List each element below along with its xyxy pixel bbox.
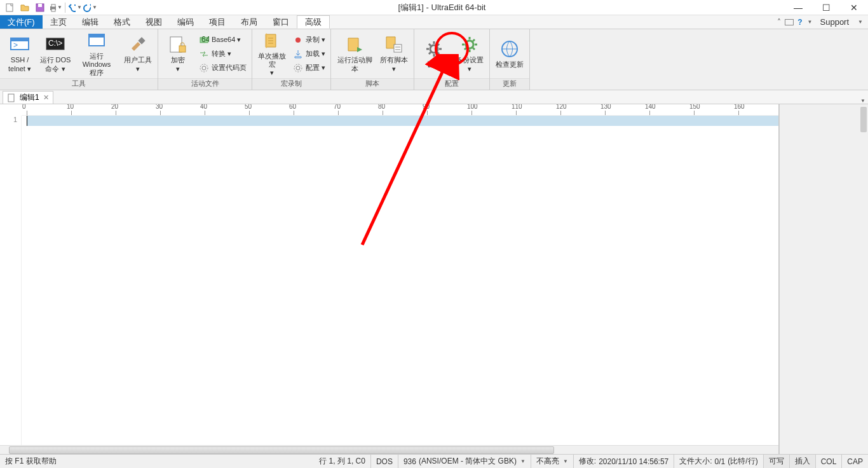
help-icon[interactable]: ?: [797, 18, 802, 27]
menu-view[interactable]: 视图: [138, 15, 170, 29]
status-position: 行 1, 列 1, C0: [314, 455, 371, 468]
load-button[interactable]: 加载 ▾: [290, 47, 328, 61]
menu-window[interactable]: 窗口: [265, 15, 297, 29]
menu-advanced[interactable]: 高级: [297, 15, 330, 29]
collapse-ribbon-icon[interactable]: ˄: [777, 18, 781, 27]
status-insert[interactable]: 插入: [790, 455, 816, 468]
chevron-down-icon: ▼: [860, 98, 865, 104]
menu-format[interactable]: 格式: [106, 15, 138, 29]
open-file-button[interactable]: [18, 1, 32, 14]
ribbon-group-config: 设置 备份设置 ▾ 配置: [414, 29, 490, 90]
ruler-tick: 80: [383, 111, 427, 116]
text-cursor: [27, 116, 27, 126]
all-scripts-button[interactable]: 所有脚本 ▾: [377, 32, 411, 76]
ruler-tick-label: 110: [512, 104, 522, 110]
window-icon: [86, 31, 107, 51]
group-label: 配置: [414, 78, 489, 90]
group-label: 更新: [490, 78, 529, 90]
run-active-script-button[interactable]: 运行活动脚本: [334, 32, 376, 76]
ruler-tick-label: 150: [689, 104, 700, 110]
file-tabs: 编辑1 ✕ ▼: [0, 90, 868, 104]
menu-home[interactable]: 主页: [43, 15, 74, 29]
status-readwrite[interactable]: 可写: [764, 455, 790, 468]
label: 配置 ▾: [306, 63, 325, 72]
convert-button[interactable]: 转换 ▾: [196, 47, 249, 61]
encrypt-button[interactable]: 加密 ▾: [161, 32, 195, 76]
label: 所有脚本 ▾: [380, 56, 408, 72]
status-eol[interactable]: DOS: [371, 455, 398, 468]
status-cap[interactable]: CAP: [842, 455, 868, 468]
menu-layout[interactable]: 布局: [233, 15, 265, 29]
hammer-icon: [128, 34, 148, 55]
group-label: 活动文件: [158, 78, 252, 90]
settings-button[interactable]: 设置: [417, 32, 451, 76]
svg-text:C:\>: C:\>: [48, 39, 62, 48]
label: 设置代码页: [212, 63, 247, 72]
save-button[interactable]: [33, 1, 47, 14]
ruler-tick: 40: [205, 111, 249, 116]
menu-file[interactable]: 文件(F): [0, 15, 43, 29]
run-windows-button[interactable]: 运行 Windows 程序: [74, 32, 119, 76]
macro-config-button[interactable]: 配置 ▾: [290, 61, 328, 75]
tabs-dropdown[interactable]: ▼: [857, 98, 868, 104]
ruler-tick: 0: [27, 111, 71, 116]
ruler-tick: 50: [249, 111, 294, 116]
base64-button[interactable]: 64 Base64 ▾: [196, 33, 249, 47]
svg-point-21: [296, 66, 300, 70]
backup-settings-button[interactable]: 备份设置 ▾: [452, 32, 487, 76]
svg-point-20: [295, 38, 301, 43]
ruler-tick-label: 10: [67, 104, 74, 110]
close-button[interactable]: ✕: [840, 0, 868, 15]
svg-rect-2: [38, 4, 42, 7]
status-col[interactable]: COL: [816, 455, 843, 468]
user-tool-button[interactable]: 用户工具 ▾: [121, 32, 155, 76]
check-update-button[interactable]: 检查更新: [492, 32, 527, 76]
maximize-button[interactable]: ☐: [812, 0, 840, 15]
menu-coding[interactable]: 编码: [170, 15, 201, 29]
close-tab-button[interactable]: ✕: [43, 93, 49, 102]
scroll-list-icon: [384, 34, 404, 55]
scrollbar-thumb[interactable]: [9, 446, 554, 454]
gear-icon: [424, 39, 444, 59]
support-link[interactable]: Support: [817, 17, 853, 27]
status-highlight[interactable]: 不高亮 ▼: [531, 455, 574, 468]
print-button[interactable]: ▼: [48, 1, 62, 14]
gear-backup-icon: [459, 34, 480, 55]
status-filesize: 文件大小: 0/1 (比特/行): [674, 455, 763, 468]
record-icon: [293, 35, 303, 45]
ruler-tick: 100: [471, 111, 516, 116]
label: 运行活动脚本: [335, 56, 374, 72]
window-title: [编辑1] - UltraEdit 64-bit: [100, 2, 784, 13]
svg-rect-27: [8, 94, 14, 102]
label: 转换 ▾: [212, 49, 231, 59]
new-file-button[interactable]: [3, 1, 17, 14]
horizontal-scrollbar[interactable]: [0, 445, 778, 454]
ruler-tick: 20: [116, 111, 160, 116]
window-layout-icon[interactable]: [785, 19, 794, 25]
box-icon: 64: [199, 35, 209, 45]
menu-edit[interactable]: 编辑: [74, 15, 106, 29]
minimize-button[interactable]: —: [784, 0, 812, 15]
ruler-tick-label: 90: [423, 104, 430, 110]
file-tab-active[interactable]: 编辑1 ✕: [3, 91, 53, 104]
redo-button[interactable]: ▼: [83, 1, 97, 14]
play-once-button[interactable]: 单次播放宏 ▾: [255, 32, 289, 76]
label: 用户工具 ▾: [124, 56, 152, 72]
record-button[interactable]: 录制 ▾: [290, 33, 328, 47]
undo-button[interactable]: ▼: [68, 1, 82, 14]
document-icon: [7, 93, 16, 102]
run-dos-button[interactable]: C:\> 运行 DOS 命令 ▾: [38, 32, 72, 76]
label: 设置: [427, 60, 441, 69]
ssh-telnet-button[interactable]: >_ SSH / telnet ▾: [3, 32, 37, 76]
vertical-scrollbar-thumb[interactable]: [860, 107, 867, 132]
ruler-tick-label: 100: [467, 104, 478, 110]
codepage-button[interactable]: 设置代码页: [196, 61, 249, 75]
label: Base64 ▾: [212, 36, 241, 44]
label: SSH / telnet ▾: [8, 56, 31, 72]
text-area[interactable]: [22, 116, 778, 445]
chevron-down-icon: ▼: [808, 19, 813, 25]
status-codepage[interactable]: 936 (ANSI/OEM - 简体中文 GBK) ▼: [398, 455, 531, 468]
ruler-tick-label: 140: [645, 104, 656, 110]
menu-project[interactable]: 项目: [201, 15, 233, 29]
load-icon: [293, 49, 303, 59]
